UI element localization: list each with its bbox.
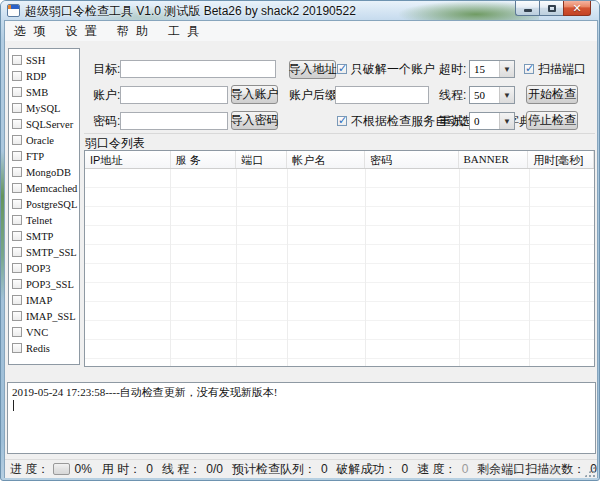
- timeout-label: 超时:: [439, 60, 466, 78]
- service-checkbox-smtp_ssl[interactable]: SMTP_SSL: [12, 244, 79, 260]
- client-area: 选 项 设 置 帮 助 工 具 SSHRDPSMBMySQLSQLServerO…: [4, 20, 598, 478]
- app-icon: [7, 4, 20, 17]
- column-header[interactable]: 用时[毫秒]: [528, 151, 594, 168]
- service-checkbox-rdp[interactable]: RDP: [12, 68, 79, 84]
- target-label: 目标:: [93, 60, 120, 78]
- menu-options[interactable]: 选 项: [5, 21, 56, 41]
- grid-line: [365, 169, 366, 366]
- service-checkbox-telnet[interactable]: Telnet: [12, 212, 79, 228]
- service-checkbox-vnc[interactable]: VNC: [12, 324, 79, 340]
- stop-check-button[interactable]: 停止检查: [526, 111, 578, 130]
- maximize-button[interactable]: [539, 1, 563, 16]
- service-checkbox-imap[interactable]: IMAP: [12, 292, 79, 308]
- timeout-select[interactable]: 15 ▼: [469, 60, 515, 78]
- account-label: 账户:: [93, 86, 120, 104]
- account-input[interactable]: [120, 86, 228, 104]
- thread-select[interactable]: 50 ▼: [469, 86, 515, 104]
- service-checkbox-smtp[interactable]: SMTP: [12, 228, 79, 244]
- menubar: 选 项 设 置 帮 助 工 具: [5, 21, 597, 41]
- grid-line: [595, 169, 596, 366]
- checkbox-icon: [12, 135, 22, 145]
- thread-status-label: 线 程：: [162, 461, 201, 478]
- checkbox-icon: [12, 71, 22, 81]
- minimize-button[interactable]: [515, 1, 539, 16]
- start-check-button[interactable]: 开始检查: [526, 85, 578, 104]
- service-checkbox-postgresql[interactable]: PostgreSQL: [12, 196, 79, 212]
- queue-label: 预计检查队列：: [232, 461, 316, 478]
- service-label: FTP: [26, 151, 44, 162]
- service-label: SSH: [26, 55, 45, 66]
- checkbox-icon: [12, 263, 22, 273]
- service-checkbox-pop3[interactable]: POP3: [12, 260, 79, 276]
- progress-label: 进 度：: [10, 461, 49, 478]
- checkbox-icon: [12, 183, 22, 193]
- checkbox-icon: [12, 231, 22, 241]
- speed-value: 0: [462, 462, 469, 476]
- grid-line: [287, 169, 288, 366]
- checkbox-icon: [12, 167, 22, 177]
- service-label: Memcached: [26, 183, 77, 194]
- menu-help[interactable]: 帮 助: [108, 21, 159, 41]
- column-header[interactable]: 端口: [236, 151, 287, 168]
- grid-line: [529, 169, 530, 366]
- service-checkbox-redis[interactable]: Redis: [12, 340, 79, 356]
- column-header[interactable]: IP地址: [85, 151, 171, 168]
- time-value: 0: [146, 462, 153, 476]
- menu-settings[interactable]: 设 置: [56, 21, 107, 41]
- service-checkbox-memcached[interactable]: Memcached: [12, 180, 79, 196]
- cracked-value: 0: [402, 462, 409, 476]
- service-checkbox-smb[interactable]: SMB: [12, 84, 79, 100]
- grid-line: [236, 169, 237, 366]
- single-account-checkbox[interactable]: 只破解一个账户: [337, 60, 435, 78]
- service-checkbox-sqlserver[interactable]: SQLServer: [12, 116, 79, 132]
- account-suffix-input[interactable]: [335, 86, 429, 104]
- chevron-down-icon: ▼: [499, 87, 514, 103]
- service-checkbox-ssh[interactable]: SSH: [12, 52, 79, 68]
- service-label: Telnet: [26, 215, 52, 226]
- password-input[interactable]: [120, 112, 228, 130]
- progress-percent: 0%: [75, 462, 92, 476]
- column-header[interactable]: 密码: [365, 151, 459, 168]
- checkbox-label: 扫描端口: [538, 61, 586, 78]
- checkbox-checked-icon: [337, 64, 347, 74]
- service-checkbox-mongodb[interactable]: MongoDB: [12, 164, 79, 180]
- retry-select[interactable]: 0 ▼: [469, 112, 515, 130]
- checkbox-icon: [12, 343, 22, 353]
- panel-divider: [84, 133, 595, 134]
- target-input[interactable]: [120, 60, 276, 78]
- column-header[interactable]: 服 务: [171, 151, 237, 168]
- log-textarea[interactable]: 2019-05-24 17:23:58----自动检查更新，没有发现新版本!: [7, 382, 596, 454]
- service-label: SMTP_SSL: [26, 247, 77, 258]
- checkbox-icon: [12, 327, 22, 337]
- close-button[interactable]: ✕: [563, 1, 591, 16]
- import-account-button[interactable]: 导入账户: [231, 85, 278, 104]
- service-label: RDP: [26, 71, 46, 82]
- checkbox-icon: [12, 119, 22, 129]
- service-checkbox-ftp[interactable]: FTP: [12, 148, 79, 164]
- log-line: 2019-05-24 17:23:58----自动检查更新，没有发现新版本!: [12, 385, 591, 399]
- service-checkbox-oracle[interactable]: Oracle: [12, 132, 79, 148]
- service-label: POP3_SSL: [26, 279, 74, 290]
- column-header[interactable]: 帐户名: [287, 151, 365, 168]
- service-checkbox-pop3_ssl[interactable]: POP3_SSL: [12, 276, 79, 292]
- service-checkbox-mysql[interactable]: MySQL: [12, 100, 79, 116]
- import-target-button[interactable]: 导入地址: [289, 60, 336, 79]
- column-header[interactable]: BANNER: [459, 151, 529, 168]
- service-checkbox-imap_ssl[interactable]: IMAP_SSL: [12, 308, 79, 324]
- queue-value: 0: [321, 462, 328, 476]
- titlebar[interactable]: 超级弱口令检查工具 V1.0 测试版 Beta26 by shack2 2019…: [1, 1, 599, 20]
- service-label: SMB: [26, 87, 48, 98]
- checkbox-icon: [12, 279, 22, 289]
- chevron-down-icon: ▼: [499, 113, 514, 129]
- checkbox-icon: [12, 55, 22, 65]
- table-body[interactable]: [85, 169, 594, 366]
- minimize-icon: [524, 9, 532, 12]
- import-password-button[interactable]: 导入密码: [231, 111, 278, 130]
- menu-tools[interactable]: 工 具: [159, 21, 210, 41]
- checkbox-icon: [12, 199, 22, 209]
- service-label: MongoDB: [26, 167, 71, 178]
- checkbox-icon: [12, 295, 22, 305]
- checkbox-label: 只破解一个账户: [351, 61, 435, 78]
- caption-buttons: ✕: [515, 1, 591, 16]
- scan-port-checkbox[interactable]: 扫描端口: [524, 60, 586, 78]
